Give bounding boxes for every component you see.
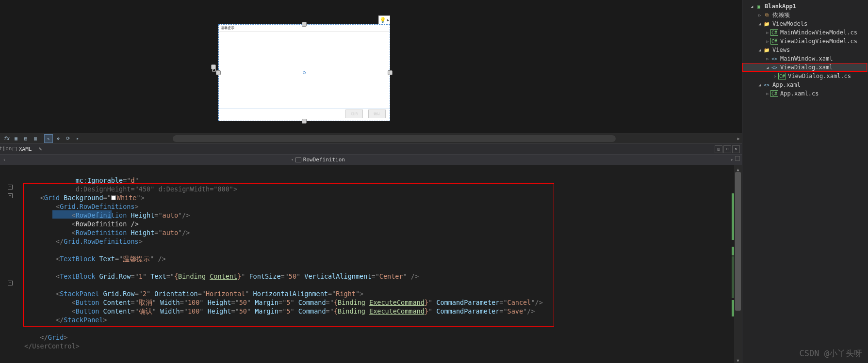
breadcrumb-dropdown-arrow[interactable]: ▾ <box>731 158 733 162</box>
scroll-right-arrow[interactable]: ▶ <box>737 136 740 141</box>
tree-label: BlankApp1 <box>765 3 796 10</box>
split-h-icon[interactable]: ⊟ <box>723 145 731 153</box>
designer-toolbar: fx ▦ ▤ ▥ ↖ ✥ ⟳ ▸ ▶ <box>0 133 742 144</box>
tree-item[interactable]: ◢📁ViewModels <box>742 19 868 28</box>
tree-item[interactable]: ▷C#ViewDialog.xaml.cs <box>742 72 868 80</box>
truncated-panel-label: tion <box>0 145 12 152</box>
grid-icon[interactable]: ▦ <box>12 134 20 143</box>
tree-item[interactable]: ▷⧉依赖项 <box>742 11 868 19</box>
expand-icon[interactable]: ▷ <box>765 39 770 44</box>
tree-item[interactable]: ◢📁Views <box>742 46 868 54</box>
xaml-tab-icon <box>13 147 17 151</box>
tree-label: MainWindow.xaml <box>780 55 833 62</box>
color-swatch-white <box>111 195 116 200</box>
breadcrumb-element-icon <box>295 158 301 162</box>
tree-label: ViewDialogViewModel.cs <box>780 38 857 45</box>
designer-horizontal-scrollbar[interactable] <box>173 135 616 142</box>
resize-handle-right[interactable] <box>388 70 393 75</box>
design-ok-button[interactable]: 确认 <box>368 110 386 118</box>
resize-handle-left[interactable] <box>216 70 221 75</box>
chevron-down-icon[interactable]: ◢ <box>749 4 755 9</box>
watermark: CSDN @小丫头呀 <box>800 348 862 359</box>
resize-handle-bottom[interactable] <box>302 119 307 124</box>
tree-label: 依赖项 <box>772 11 790 19</box>
csproj-icon: ▣ <box>755 3 763 10</box>
tree-label: ViewDialog.xaml <box>780 64 833 71</box>
refresh-icon[interactable]: ⟳ <box>64 134 72 143</box>
expand-icon[interactable]: ◢ <box>757 48 763 52</box>
breadcrumb-plus-icon[interactable] <box>735 156 740 161</box>
tree-project[interactable]: ◢ ▣ BlankApp1 <box>742 2 868 11</box>
tree-item[interactable]: ▷C#ViewDialogViewModel.cs <box>742 37 868 46</box>
hand-icon[interactable]: ✥ <box>54 134 63 143</box>
editor-gutter: − − − <box>0 165 17 363</box>
design-row-divider <box>219 109 390 109</box>
scroll-up-arrow[interactable]: ▲ <box>734 165 742 172</box>
resize-handle-top[interactable] <box>302 22 307 27</box>
layout2-icon[interactable]: ▤ <box>21 134 30 143</box>
code-content: mc:Ignorable="d" d:DesignHeight="450" d:… <box>24 167 543 350</box>
tree-label: App.xaml <box>772 81 801 88</box>
collapse-button[interactable]: − <box>8 281 13 285</box>
pointer-icon[interactable]: ↖ <box>44 134 53 143</box>
breadcrumb-element[interactable]: ▾ RowDefinition <box>291 157 345 163</box>
edit-icon[interactable]: ✎ <box>39 146 46 153</box>
tree-label: App.xaml.cs <box>780 90 819 97</box>
expand-icon[interactable]: ◢ <box>765 65 770 70</box>
navigation-breadcrumb: ‹ ▾ RowDefinition ▾ <box>0 155 742 165</box>
tree-item[interactable]: ▷C#MainWindowViewModel.cs <box>742 28 868 37</box>
fx-button[interactable]: fx <box>2 134 11 143</box>
tree-label: MainWindowViewModel.cs <box>780 29 857 36</box>
tree-label: Views <box>772 47 790 53</box>
breadcrumb-left-arrow[interactable]: ‹ <box>0 157 9 163</box>
layout3-icon[interactable]: ▥ <box>31 134 40 143</box>
expand-icon[interactable]: ▷ <box>765 92 770 96</box>
tree-item[interactable]: ◢<>ViewDialog.xaml <box>742 63 868 72</box>
designer-surface[interactable]: 💡▶ 温馨提示 取消 确认 ↻ <box>0 0 742 133</box>
tree-item[interactable]: ▷<>MainWindow.xaml <box>742 54 868 63</box>
tree-item[interactable]: ▷C#App.xaml.cs <box>742 89 868 98</box>
expand-icon[interactable]: ▷ <box>765 31 770 35</box>
tree-label: ViewModels <box>772 20 807 27</box>
code-editor[interactable]: − − − ▲ ▼ mc:Ignorable="d" d:DesignHeigh… <box>0 165 742 363</box>
solution-explorer: ◢ ▣ BlankApp1 ▷⧉依赖项◢📁ViewModels▷C#MainWi… <box>742 0 868 363</box>
expand-icon[interactable]: ▷ <box>757 13 763 17</box>
design-center-marker <box>303 71 306 74</box>
tree-label: ViewDialog.xaml.cs <box>788 73 851 79</box>
resize-handle-marker[interactable]: ↻ <box>211 64 216 69</box>
expand-icon[interactable]: ▷ <box>772 74 778 79</box>
split-v-icon[interactable]: ◫ <box>715 145 722 153</box>
scroll-thumb[interactable] <box>735 172 741 311</box>
xaml-tab[interactable]: XAML <box>8 145 37 153</box>
editor-vertical-scrollbar[interactable]: ▲ ▼ <box>734 165 742 363</box>
editor-tab-row: ↕ XAML ✎ ◫ ⊟ ⇅ <box>0 144 742 155</box>
expand-icon[interactable]: ◢ <box>757 83 763 87</box>
scroll-down-arrow[interactable]: ▼ <box>734 356 742 363</box>
tree-item[interactable]: ◢<>App.xaml <box>742 80 868 89</box>
collapse-button[interactable]: − <box>8 185 13 189</box>
swap-panes-icon[interactable]: ⇅ <box>732 145 740 153</box>
breadcrumb-element-label: RowDefinition <box>303 157 345 163</box>
xaml-tab-label: XAML <box>19 146 32 152</box>
expand-icon[interactable]: ▷ <box>765 57 770 61</box>
design-canvas[interactable]: 温馨提示 取消 确认 ↻ <box>218 24 390 121</box>
design-cancel-button[interactable]: 取消 <box>345 110 363 118</box>
solution-tree[interactable]: ◢ ▣ BlankApp1 ▷⧉依赖项◢📁ViewModels▷C#MainWi… <box>742 0 868 100</box>
more-icon[interactable]: ▸ <box>73 134 82 143</box>
collapse-button[interactable]: − <box>8 193 13 198</box>
expand-icon[interactable]: ◢ <box>757 22 763 26</box>
lightbulb-suggestion[interactable]: 💡▶ <box>378 16 390 24</box>
